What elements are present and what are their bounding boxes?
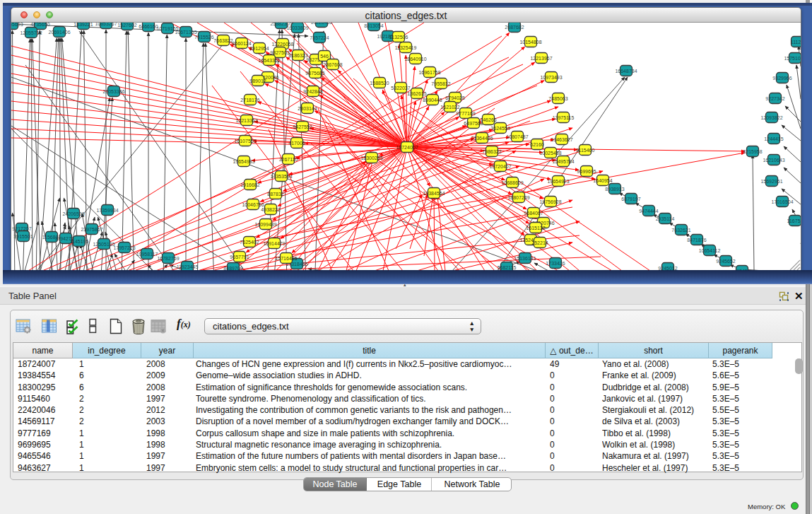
svg-text:9242848: 9242848 (303, 89, 322, 94)
svg-text:2718176: 2718176 (240, 98, 259, 103)
svg-text:1527602: 1527602 (117, 23, 136, 28)
svg-text:8938913: 8938913 (605, 187, 624, 192)
svg-text:6794028: 6794028 (445, 95, 464, 100)
svg-text:3267110: 3267110 (279, 157, 298, 162)
svg-text:1132506: 1132506 (389, 35, 408, 40)
svg-text:15716485: 15716485 (275, 256, 297, 261)
svg-text:9427552: 9427552 (293, 124, 312, 129)
svg-text:19654983: 19654983 (233, 159, 254, 164)
svg-text:989012: 989012 (249, 78, 266, 83)
svg-text:1588520: 1588520 (370, 81, 389, 86)
svg-text:7485063: 7485063 (548, 96, 567, 101)
svg-text:12213363: 12213363 (235, 118, 257, 123)
svg-text:8660124: 8660124 (232, 41, 251, 46)
svg-text:26053346: 26053346 (102, 89, 124, 94)
svg-text:1839221: 1839221 (73, 23, 93, 27)
svg-text:22455603: 22455603 (11, 23, 23, 27)
svg-text:16543362: 16543362 (258, 58, 280, 63)
svg-text:3624554: 3624554 (490, 126, 510, 131)
svg-text:8471876: 8471876 (687, 238, 706, 243)
svg-text:15136141: 15136141 (514, 256, 536, 261)
svg-text:10154808: 10154808 (519, 40, 541, 45)
svg-text:13975115: 13975115 (553, 115, 575, 120)
svg-text:1244415: 1244415 (764, 136, 783, 141)
svg-text:16782759: 16782759 (157, 256, 179, 261)
svg-text:8912954: 8912954 (249, 46, 269, 51)
svg-text:19384554: 19384554 (423, 191, 445, 196)
svg-text:1615132: 1615132 (526, 226, 545, 230)
svg-text:5682115: 5682115 (498, 265, 517, 270)
svg-text:7955812: 7955812 (431, 81, 450, 86)
svg-text:9699695: 9699695 (577, 169, 596, 174)
svg-text:8186323: 8186323 (288, 53, 307, 58)
svg-text:9329966: 9329966 (772, 76, 792, 81)
svg-text:16033809: 16033809 (286, 25, 308, 30)
svg-text:10046766: 10046766 (242, 202, 264, 207)
svg-text:1916682: 1916682 (240, 182, 259, 187)
svg-text:6879197: 6879197 (621, 197, 640, 201)
svg-text:21364436: 21364436 (471, 136, 493, 141)
svg-text:9777169: 9777169 (456, 111, 475, 116)
svg-text:3915501: 3915501 (13, 234, 33, 239)
svg-text:2803144: 2803144 (298, 106, 317, 111)
svg-text:17957223: 17957223 (113, 245, 135, 250)
svg-text:9875685: 9875685 (305, 71, 324, 76)
svg-text:7632621: 7632621 (671, 228, 690, 233)
svg-text:7515526: 7515526 (194, 35, 213, 40)
svg-text:8215958: 8215958 (743, 149, 762, 154)
svg-text:8990448: 8990448 (423, 98, 442, 103)
svg-text:8813054: 8813054 (364, 23, 383, 28)
svg-text:7986322: 7986322 (482, 149, 501, 154)
svg-text:11123: 11123 (791, 40, 801, 45)
svg-text:10853267: 10853267 (95, 23, 117, 26)
svg-text:1640954: 1640954 (593, 178, 612, 183)
svg-text:16961758: 16961758 (418, 70, 440, 75)
svg-text:17359934: 17359934 (96, 208, 118, 213)
svg-text:4735650: 4735650 (30, 23, 49, 27)
svg-text:9115460: 9115460 (576, 148, 595, 153)
svg-text:6466160: 6466160 (139, 24, 158, 29)
svg-text:7663822: 7663822 (213, 38, 233, 43)
svg-text:12505135: 12505135 (93, 242, 114, 247)
svg-text:4938222: 4938222 (261, 207, 280, 212)
svg-text:10025438: 10025438 (539, 151, 561, 156)
svg-text:18807249: 18807249 (507, 195, 529, 200)
svg-text:252214: 252214 (531, 240, 548, 245)
svg-text:746266: 746266 (480, 117, 496, 122)
svg-text:10654112: 10654112 (699, 248, 721, 253)
svg-text:417006: 417006 (288, 141, 305, 146)
svg-text:13226058: 13226058 (271, 42, 293, 47)
svg-text:546: 546 (320, 54, 329, 59)
svg-text:19958117: 19958117 (136, 252, 158, 257)
svg-text:10688609: 10688609 (501, 180, 523, 185)
svg-text:10228452: 10228452 (310, 23, 332, 25)
svg-text:62160: 62160 (530, 142, 544, 147)
svg-text:20691406: 20691406 (48, 30, 70, 35)
svg-text:16648784: 16648784 (615, 69, 637, 74)
svg-text:9245652: 9245652 (716, 259, 735, 264)
svg-text:7625402: 7625402 (240, 240, 259, 245)
svg-text:16210643: 16210643 (763, 158, 784, 163)
svg-text:2935114: 2935114 (656, 216, 675, 221)
svg-text:15751074: 15751074 (784, 56, 801, 61)
svg-text:19654923: 19654923 (547, 179, 569, 184)
svg-text:1733426: 1733426 (546, 261, 565, 266)
svg-text:14099489: 14099489 (254, 222, 276, 227)
svg-text:887832: 887832 (267, 192, 283, 197)
svg-text:9657791: 9657791 (230, 255, 249, 259)
svg-text:16914479: 16914479 (263, 241, 285, 246)
svg-text:18300295: 18300295 (360, 156, 382, 160)
svg-text:24206536: 24206536 (62, 211, 84, 216)
svg-text:1362615: 1362615 (407, 91, 426, 96)
svg-text:10671355: 10671355 (175, 30, 196, 35)
svg-text:11923445: 11923445 (177, 264, 199, 269)
svg-text:12093822: 12093822 (760, 115, 782, 120)
svg-text:11325419: 11325419 (395, 45, 417, 50)
svg-text:19756928: 19756928 (539, 199, 561, 204)
svg-text:2367608: 2367608 (323, 62, 342, 67)
svg-text:23975867: 23975867 (81, 227, 102, 232)
svg-text:9474444: 9474444 (639, 209, 658, 214)
svg-text:12055712: 12055712 (20, 30, 42, 35)
svg-text:16107555: 16107555 (234, 139, 256, 144)
svg-text:15692951: 15692951 (760, 179, 782, 184)
